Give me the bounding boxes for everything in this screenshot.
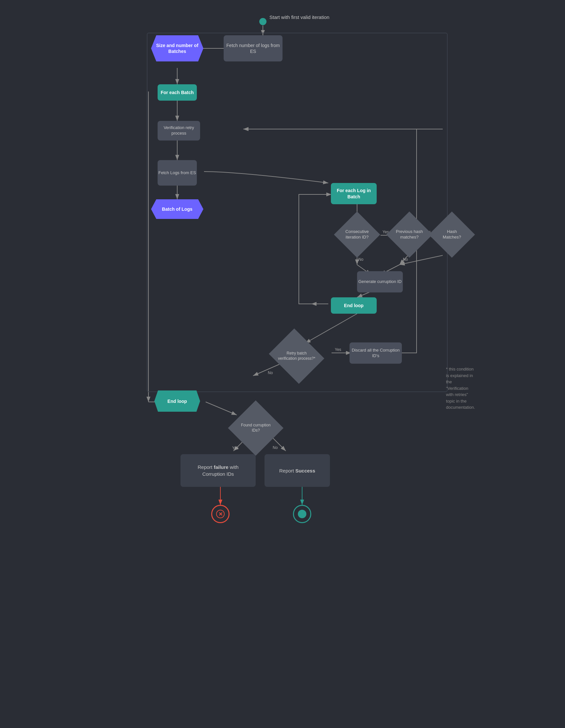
- report-failure-node: Report Yesfailure with Corruption IDs: [180, 454, 256, 487]
- fetch-logs-node: Fetch Logs from ES: [158, 160, 197, 186]
- found-corruption-diamond: Found curruption IDs?: [228, 400, 284, 456]
- batch-of-logs-node: Batch of Logs: [151, 199, 203, 219]
- svg-text:Yes: Yes: [335, 347, 341, 352]
- svg-line-25: [306, 314, 357, 343]
- end-loop-outer-node: End loop: [154, 390, 200, 412]
- svg-text:Yes: Yes: [232, 446, 239, 450]
- prev-hash-diamond: Previous hash matches?: [386, 211, 432, 257]
- consecutive-id-diamond: Consecutive iteration ID?: [334, 211, 380, 257]
- fetch-num-logs-node: Fetch number of logs from ES: [224, 35, 282, 61]
- svg-text:No: No: [268, 371, 273, 375]
- terminal-success-node: [293, 505, 311, 523]
- start-label: Start with first valid iteration: [269, 14, 329, 20]
- end-loop-inner-node: End loop: [331, 297, 377, 314]
- size-batches-node: Size and number of Batches: [151, 35, 203, 61]
- generate-corruption-node: Generate curruption ID: [357, 271, 403, 292]
- verify-retry-node: Verification retry process: [158, 121, 200, 141]
- for-each-batch-node: For each Batch: [158, 84, 197, 101]
- report-success-node: Report Success: [264, 454, 330, 487]
- svg-line-35: [273, 438, 286, 451]
- svg-text:No: No: [273, 445, 278, 450]
- retry-batch-diamond: Retry batch verification process?*: [269, 328, 324, 384]
- start-terminal: [259, 18, 266, 25]
- svg-text:No: No: [403, 257, 408, 262]
- hash-matches-diamond: Hash Matches?: [429, 211, 475, 257]
- diagram-container: Yes No Yes No Yes No Yes: [122, 0, 443, 10]
- discard-corruption-node: Discard all the Corruption ID's: [350, 342, 402, 364]
- for-each-log-node: For each Log in Batch: [331, 183, 377, 204]
- svg-line-30: [253, 364, 279, 376]
- svg-line-32: [206, 402, 237, 415]
- terminal-fail-node: ✕: [211, 505, 229, 523]
- svg-text:No: No: [358, 257, 364, 262]
- svg-line-19: [400, 253, 443, 265]
- footnote: * this condition is explained in the "Ve…: [446, 366, 475, 411]
